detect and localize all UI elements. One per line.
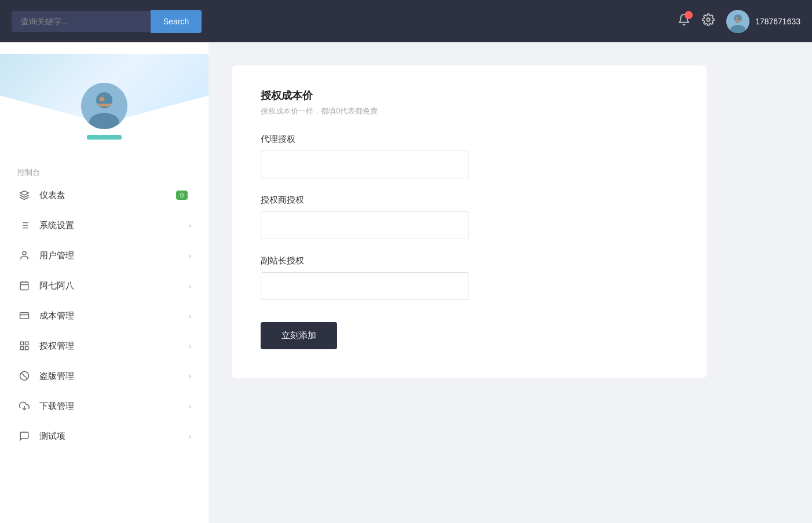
sidebar-download-management-label: 下载管理 <box>39 401 189 412</box>
svg-rect-16 <box>20 282 28 290</box>
system-settings-arrow: › <box>189 221 191 230</box>
cost-management-icon <box>17 309 31 323</box>
sidebar-item-dashboard[interactable]: 仪表盘 0 <box>0 180 209 210</box>
username-label: 1787671633 <box>755 17 800 26</box>
sidebar-aqab-label: 阿七阿八 <box>39 280 189 291</box>
form-subtitle: 授权成本价一样，都填0代表都免费 <box>261 106 678 116</box>
svg-line-27 <box>21 373 28 379</box>
user-profile[interactable]: 1787671633 <box>726 10 800 33</box>
dashboard-icon <box>17 188 31 202</box>
sidebar-profile <box>0 54 209 157</box>
cost-management-arrow: › <box>189 312 191 320</box>
submit-button[interactable]: 立刻添加 <box>261 322 337 349</box>
svg-point-8 <box>100 97 104 101</box>
svg-rect-22 <box>20 342 23 345</box>
sidebar-item-auth-management[interactable]: 授权管理 › <box>0 331 209 361</box>
auth-management-arrow: › <box>189 342 191 350</box>
form-group-vendor-auth: 授权商授权 <box>261 195 678 239</box>
sidebar-username-bar <box>87 135 122 140</box>
sidebar-item-user-management[interactable]: 用户管理 › <box>0 240 209 270</box>
agent-auth-label: 代理授权 <box>261 134 678 145</box>
search-input[interactable] <box>12 11 151 32</box>
sidebar-item-aqab[interactable]: 阿七阿八 › <box>0 270 209 301</box>
download-management-icon <box>17 399 31 413</box>
system-settings-icon <box>17 218 31 232</box>
sidebar-piracy-management-label: 盗版管理 <box>39 371 189 382</box>
sidebar-item-cost-management[interactable]: 成本管理 › <box>0 301 209 331</box>
main-content: 授权成本价 授权成本价一样，都填0代表都免费 代理授权 授权商授权 副站长授权 … <box>209 42 812 523</box>
sidebar-dashboard-label: 仪表盘 <box>39 190 176 201</box>
dashboard-badge: 0 <box>176 191 188 200</box>
svg-point-15 <box>23 251 26 255</box>
navbar-right: 1787671633 <box>678 10 800 33</box>
sidebar-item-system-settings[interactable]: 系统设置 › <box>0 210 209 240</box>
navbar: Search <box>0 0 812 42</box>
sidebar-item-piracy-management[interactable]: 盗版管理 › <box>0 361 209 391</box>
layout: 控制台 仪表盘 0 <box>0 42 812 523</box>
svg-rect-20 <box>20 313 29 319</box>
form-title: 授权成本价 <box>261 89 678 103</box>
vendor-auth-label: 授权商授权 <box>261 195 678 206</box>
sidebar-avatar <box>81 83 127 129</box>
agent-auth-input[interactable] <box>261 151 469 178</box>
svg-point-4 <box>736 17 738 19</box>
sub-admin-auth-label: 副站长授权 <box>261 255 678 266</box>
notification-badge <box>685 11 693 19</box>
sidebar-item-download-management[interactable]: 下载管理 › <box>0 391 209 421</box>
search-button[interactable]: Search <box>151 10 202 33</box>
sidebar-more-label: 测试项 <box>39 431 189 442</box>
more-icon <box>17 429 31 443</box>
avatar <box>726 10 749 33</box>
download-management-arrow: › <box>189 402 191 411</box>
sidebar-item-more[interactable]: 测试项 › <box>0 421 209 451</box>
user-management-icon <box>17 248 31 262</box>
piracy-management-icon <box>17 369 31 383</box>
svg-rect-25 <box>20 347 23 350</box>
svg-rect-23 <box>25 342 28 345</box>
user-management-arrow: › <box>189 251 191 260</box>
sidebar-cost-management-label: 成本管理 <box>39 310 189 321</box>
sidebar: 控制台 仪表盘 0 <box>0 42 209 523</box>
sidebar-auth-management-label: 授权管理 <box>39 341 189 352</box>
settings-icon[interactable] <box>702 13 715 29</box>
sidebar-section-label: 控制台 <box>0 163 209 180</box>
search-wrapper: Search <box>12 10 202 33</box>
sub-admin-auth-input[interactable] <box>261 272 469 300</box>
form-group-sub-admin-auth: 副站长授权 <box>261 255 678 300</box>
sidebar-user-management-label: 用户管理 <box>39 250 189 261</box>
form-card: 授权成本价 授权成本价一样，都填0代表都免费 代理授权 授权商授权 副站长授权 … <box>232 65 707 378</box>
svg-point-0 <box>707 18 710 21</box>
svg-rect-24 <box>25 347 28 350</box>
aqab-icon <box>17 279 31 292</box>
vendor-auth-input[interactable] <box>261 211 469 239</box>
notification-icon[interactable] <box>678 13 690 29</box>
aqab-arrow: › <box>189 281 191 290</box>
sidebar-system-settings-label: 系统设置 <box>39 220 189 231</box>
piracy-management-arrow: › <box>189 372 191 381</box>
more-arrow: › <box>189 432 191 441</box>
auth-management-icon <box>17 339 31 353</box>
form-group-agent-auth: 代理授权 <box>261 134 678 178</box>
